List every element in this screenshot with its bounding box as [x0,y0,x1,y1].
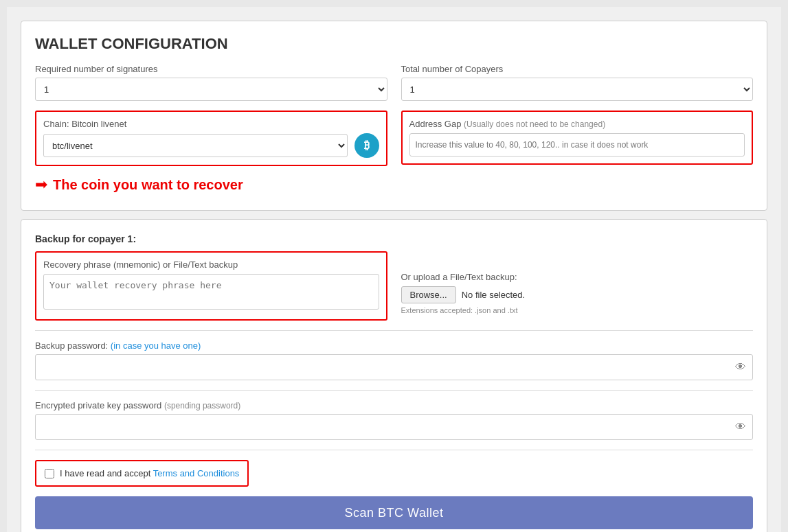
signatures-label: Required number of signatures [35,64,387,74]
backup-card: Backup for copayer 1: Recovery phrase (m… [21,219,767,532]
encrypted-key-section: Encrypted private key password (spending… [35,400,753,440]
eye-icon-encrypted[interactable]: 👁 [735,421,746,433]
recovery-col: Recovery phrase (mnemonic) or File/Text … [35,251,387,321]
address-gap-label: Address Gap (Usually does not need to be… [409,119,745,129]
right-arrow-icon: ➡ [35,176,47,194]
signatures-col: Required number of signatures 1 [35,64,387,101]
bitcoin-icon: ₿ [354,133,379,158]
address-gap-input[interactable] [409,133,745,157]
backup-password-wrapper: 👁 [35,354,753,380]
extensions-text: Extensions accepted: .json and .txt [401,306,754,314]
copayers-label: Total number of Copayers [401,64,754,74]
wallet-config-card: WALLET CONFIGURATION Required number of … [21,21,767,211]
upload-row: Browse... No file selected. [401,286,754,303]
address-gap-sub-label: (Usually does not need to be changed) [464,119,605,129]
arrow-text: The coin you want to recover [53,177,243,193]
address-gap-section: Address Gap (Usually does not need to be… [401,111,754,165]
signatures-copayers-row: Required number of signatures 1 Total nu… [35,64,753,101]
divider-2 [35,390,753,391]
no-file-text: No file selected. [462,290,526,300]
encrypted-key-sub: (spending password) [164,401,240,410]
arrow-annotation: ➡ The coin you want to recover [35,176,753,194]
recovery-section: Recovery phrase (mnemonic) or File/Text … [35,251,387,321]
chain-label: Chain: Bitcoin livenet [43,119,379,129]
copayers-select[interactable]: 1 [401,78,754,101]
encrypted-key-input[interactable] [35,414,753,440]
page-container: WALLET CONFIGURATION Required number of … [7,7,781,532]
upload-label: Or upload a File/Text backup: [401,272,754,282]
chain-addressgap-row: Chain: Bitcoin livenet btc/livenet ₿ Add… [35,111,753,166]
chain-col: Chain: Bitcoin livenet btc/livenet ₿ [35,111,387,166]
chain-select[interactable]: btc/livenet [43,134,348,157]
divider-3 [35,450,753,450]
chain-inner: btc/livenet ₿ [43,133,379,158]
upload-col: Or upload a File/Text backup: Browse... … [401,251,754,321]
recovery-textarea[interactable] [43,274,379,310]
page-title: WALLET CONFIGURATION [35,35,753,53]
recovery-label: Recovery phrase (mnemonic) or File/Text … [43,259,379,270]
chain-section: Chain: Bitcoin livenet btc/livenet ₿ [35,111,387,166]
signatures-select[interactable]: 1 [35,78,387,101]
terms-checkbox[interactable] [45,469,54,478]
terms-link[interactable]: Terms and Conditions [153,468,240,478]
divider-1 [35,330,753,331]
recovery-upload-row: Recovery phrase (mnemonic) or File/Text … [35,251,753,321]
addressgap-col: Address Gap (Usually does not need to be… [401,111,754,166]
scan-button[interactable]: Scan BTC Wallet [35,496,753,529]
backup-password-sub: (in case you have one) [111,340,201,351]
backup-header: Backup for copayer 1: [35,233,753,244]
backup-password-label: Backup password: (in case you have one) [35,340,753,351]
terms-section: I have read and accept Terms and Conditi… [35,460,249,487]
encrypted-key-label: Encrypted private key password (spending… [35,400,753,410]
eye-icon-backup[interactable]: 👁 [735,361,746,373]
copayers-col: Total number of Copayers 1 [401,64,754,101]
encrypted-key-wrapper: 👁 [35,414,753,440]
browse-button[interactable]: Browse... [401,286,456,303]
backup-password-input[interactable] [35,354,753,380]
terms-text: I have read and accept Terms and Conditi… [60,468,239,478]
backup-password-section: Backup password: (in case you have one) … [35,340,753,380]
